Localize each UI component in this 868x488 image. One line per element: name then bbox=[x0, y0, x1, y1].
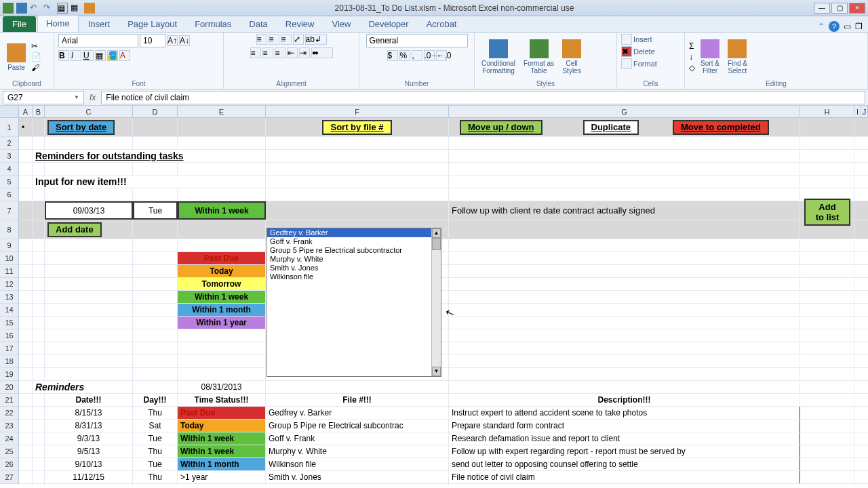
cell-styles-button[interactable]: Cell Styles bbox=[559, 38, 584, 76]
cell-area[interactable]: • Sort by date Sort by file # Move up / … bbox=[19, 118, 868, 484]
dropdown-item[interactable]: Murphy v. White bbox=[267, 255, 441, 264]
align-middle-icon[interactable]: ≡ bbox=[269, 34, 279, 45]
col-E[interactable]: E bbox=[178, 106, 266, 117]
scroll-down-arrow[interactable]: ▼ bbox=[432, 367, 441, 376]
select-all-corner[interactable] bbox=[0, 106, 19, 117]
file-dropdown-list[interactable]: Gedfrey v. BarkerGoff v. FrankGroup 5 Pi… bbox=[267, 228, 441, 377]
help-icon[interactable]: ? bbox=[829, 21, 840, 32]
window-opts-icon[interactable]: ▭ bbox=[844, 22, 851, 31]
number-format-select[interactable] bbox=[366, 34, 468, 47]
table-row[interactable]: 11/12/15Thu>1 yearSmith v. JonesFile not… bbox=[19, 471, 868, 484]
currency-icon[interactable]: $ bbox=[387, 50, 398, 61]
autosum-icon[interactable]: Σ bbox=[689, 41, 695, 51]
cut-icon[interactable]: ✂ bbox=[31, 41, 41, 51]
move-up-down-button[interactable]: Move up / down bbox=[460, 120, 542, 135]
merge-icon[interactable]: ⬌ bbox=[311, 47, 333, 58]
format-as-table-button[interactable]: Format as Table bbox=[521, 38, 557, 76]
table-row[interactable]: 9/5/13ThuWithin 1 weekMurphy v. WhiteFol… bbox=[19, 445, 868, 458]
close-button[interactable]: × bbox=[849, 3, 865, 14]
cell-A1[interactable]: • bbox=[19, 118, 33, 136]
percent-icon[interactable]: % bbox=[399, 50, 410, 61]
move-to-completed-button[interactable]: Move to completed bbox=[673, 120, 769, 135]
increase-decimal-icon[interactable]: .0→ bbox=[424, 50, 435, 61]
minimize-button[interactable]: — bbox=[814, 3, 830, 14]
orientation-icon[interactable]: ⤢ bbox=[293, 34, 304, 45]
name-box[interactable]: G27▼ bbox=[3, 91, 84, 104]
col-A[interactable]: A bbox=[19, 106, 33, 117]
col-B[interactable]: B bbox=[33, 106, 45, 117]
sort-by-date-button[interactable]: Sort by date bbox=[47, 120, 115, 135]
conditional-formatting-button[interactable]: Conditional Formatting bbox=[479, 38, 518, 76]
sort-by-file-button[interactable]: Sort by file # bbox=[322, 120, 391, 135]
col-I[interactable]: I bbox=[854, 106, 861, 117]
grow-font-icon[interactable]: A↑ bbox=[167, 35, 178, 46]
align-top-icon[interactable]: ≡ bbox=[256, 34, 267, 45]
tab-developer[interactable]: Developer bbox=[360, 16, 416, 32]
font-name-select[interactable] bbox=[58, 34, 138, 47]
col-H[interactable]: H bbox=[800, 106, 854, 117]
dropdown-item[interactable]: Group 5 Pipe re Electrical subcontractor bbox=[267, 246, 441, 255]
tab-page-layout[interactable]: Page Layout bbox=[119, 16, 185, 32]
new-date-input[interactable]: 09/03/13 bbox=[45, 201, 133, 220]
underline-button[interactable]: U bbox=[83, 50, 94, 61]
add-to-list-button[interactable]: Add to list bbox=[804, 199, 850, 226]
undo-icon[interactable]: ↶ bbox=[30, 3, 41, 14]
format-cells-icon[interactable] bbox=[621, 58, 632, 69]
italic-button[interactable]: I bbox=[71, 50, 81, 61]
col-F[interactable]: F bbox=[266, 106, 449, 117]
insert-cells-icon[interactable] bbox=[621, 34, 632, 45]
tab-view[interactable]: View bbox=[323, 16, 359, 32]
delete-cells-icon[interactable]: ✖ bbox=[621, 46, 632, 57]
scroll-up-arrow[interactable]: ▲ bbox=[432, 228, 441, 238]
comma-icon[interactable]: , bbox=[412, 50, 422, 61]
grid2-icon[interactable]: ▦ bbox=[71, 3, 81, 14]
tab-formulas[interactable]: Formulas bbox=[186, 16, 239, 32]
tab-home[interactable]: Home bbox=[37, 15, 79, 32]
paste-button[interactable]: Paste bbox=[4, 42, 28, 73]
col-J[interactable]: J bbox=[861, 106, 868, 117]
fill-icon[interactable]: ↓ bbox=[689, 52, 695, 62]
file-tab[interactable]: File bbox=[3, 16, 36, 32]
tab-data[interactable]: Data bbox=[241, 16, 275, 32]
copy-icon[interactable]: 📄 bbox=[31, 52, 41, 62]
table-row[interactable]: 8/15/13ThuPast DueGedfrey v. BarkerInstr… bbox=[19, 407, 868, 420]
restore-icon[interactable]: ❐ bbox=[855, 22, 863, 31]
dropdown-item[interactable]: Wilkinson file bbox=[267, 272, 441, 281]
add-date-button[interactable]: Add date bbox=[47, 222, 102, 237]
align-left-icon[interactable]: ≡ bbox=[250, 47, 261, 58]
table-row[interactable]: 9/10/13TueWithin 1 monthWilkinson filese… bbox=[19, 458, 868, 471]
grid-icon[interactable]: ▦ bbox=[57, 3, 68, 14]
new-description[interactable]: Follow up with client re date contract a… bbox=[449, 201, 800, 220]
align-right-icon[interactable]: ≡ bbox=[275, 47, 285, 58]
align-bottom-icon[interactable]: ≡ bbox=[281, 34, 292, 45]
maximize-button[interactable]: ▢ bbox=[831, 3, 848, 14]
shrink-font-icon[interactable]: A↓ bbox=[179, 35, 190, 46]
tab-review[interactable]: Review bbox=[277, 16, 323, 32]
find-select-button[interactable]: Find & Select bbox=[725, 38, 750, 76]
font-color-button[interactable]: A bbox=[119, 50, 130, 61]
tab-insert[interactable]: Insert bbox=[80, 16, 119, 32]
dropdown-item[interactable]: Smith v. Jones bbox=[267, 264, 441, 272]
border-button[interactable]: ▦ bbox=[95, 50, 106, 61]
increase-indent-icon[interactable]: ⇥ bbox=[299, 47, 310, 58]
format-painter-icon[interactable]: 🖌 bbox=[31, 63, 41, 73]
clear-icon[interactable]: ◇ bbox=[689, 63, 695, 73]
formula-bar[interactable]: File notice of civil claim bbox=[101, 91, 865, 104]
duplicate-button[interactable]: Duplicate bbox=[583, 120, 639, 135]
fx-icon[interactable]: fx bbox=[90, 93, 96, 102]
dropdown-item[interactable]: Gedfrey v. Barker bbox=[267, 228, 441, 237]
folder-icon[interactable] bbox=[84, 3, 95, 14]
align-center-icon[interactable]: ≡ bbox=[262, 47, 273, 58]
redo-icon[interactable]: ↷ bbox=[43, 3, 54, 14]
bold-button[interactable]: B bbox=[58, 50, 69, 61]
worksheet-grid[interactable]: A B C D E F G H I J 1 2 3 4 5 6 7 8 9 10… bbox=[0, 106, 868, 485]
font-size-select[interactable] bbox=[140, 34, 165, 47]
sort-filter-button[interactable]: Sort & Filter bbox=[698, 38, 722, 76]
scroll-thumb[interactable] bbox=[432, 238, 441, 250]
table-row[interactable]: 9/3/13TueWithin 1 weekGoff v. FrankResea… bbox=[19, 432, 868, 445]
decrease-decimal-icon[interactable]: ←.0 bbox=[436, 50, 447, 61]
table-row[interactable]: 8/31/13SatTodayGroup 5 Pipe re Electrica… bbox=[19, 420, 868, 432]
col-G[interactable]: G bbox=[449, 106, 800, 117]
tab-acrobat[interactable]: Acrobat bbox=[418, 16, 465, 32]
col-D[interactable]: D bbox=[133, 106, 178, 117]
